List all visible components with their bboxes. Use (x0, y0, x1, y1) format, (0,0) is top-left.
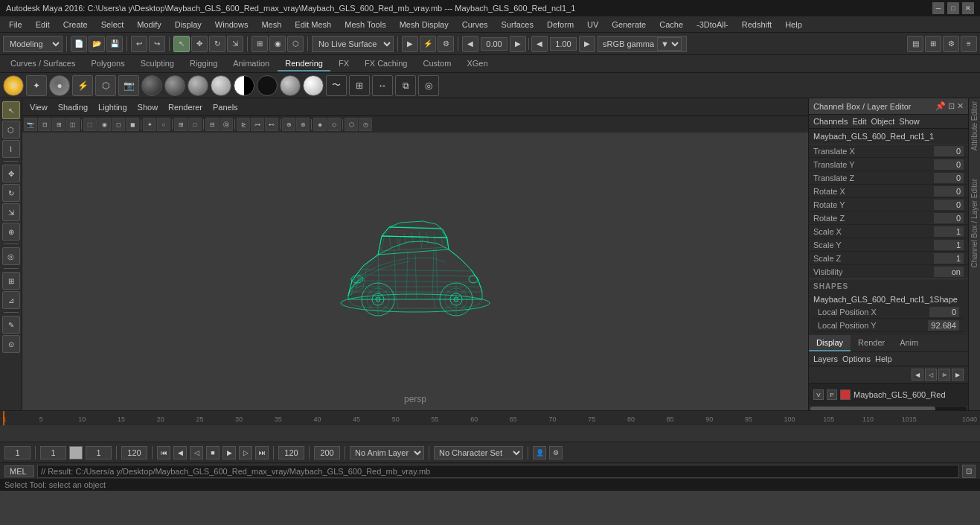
channel-box-toggle[interactable]: ▤ (907, 36, 923, 52)
frame-num-input[interactable] (86, 446, 112, 459)
scale-decrease[interactable]: ◀ (531, 36, 548, 52)
layer-menu-options[interactable]: Options (842, 354, 871, 363)
ch-menu-edit[interactable]: Edit (852, 117, 866, 126)
max-frame-input[interactable] (314, 446, 340, 459)
maximize-button[interactable]: □ (947, 2, 959, 14)
paint-ops-button[interactable]: ✎ (2, 316, 20, 334)
menu-windows[interactable]: Windows (209, 19, 254, 31)
menu-deform[interactable]: Deform (541, 19, 580, 31)
shelf-icon-5[interactable]: ⬡ (95, 75, 116, 96)
shelf-icon-wave[interactable]: 〜 (326, 75, 347, 96)
shelf-sun-icon[interactable]: ☀ (3, 75, 24, 96)
outliner-toggle[interactable]: ≡ (961, 36, 977, 52)
menu-select[interactable]: Select (95, 19, 130, 31)
rotate-tool-button[interactable]: ↻ (209, 36, 225, 52)
shelf-icon-stack[interactable]: ⧉ (395, 75, 416, 96)
move-tool-button[interactable]: ✥ (191, 36, 208, 52)
jump-end-button[interactable]: ⏭ (255, 446, 269, 459)
vp-menu-renderer[interactable]: Renderer (164, 101, 207, 113)
soft-select-button[interactable]: ◎ (2, 247, 20, 265)
tab-custom[interactable]: Custom (416, 57, 459, 71)
tab-render[interactable]: Render (851, 335, 892, 351)
channel-translate-y[interactable]: Translate Y 0 (809, 158, 968, 171)
redo-button[interactable]: ↪ (149, 36, 165, 52)
channel-rotate-x[interactable]: Rotate X 0 (809, 185, 968, 198)
menu-help[interactable]: Help (779, 19, 808, 31)
new-file-button[interactable]: 📄 (71, 36, 87, 52)
layer-add-icon[interactable]: ◀ (912, 369, 923, 381)
menu-edit[interactable]: Edit (30, 19, 56, 31)
live-surface-dropdown[interactable]: No Live Surface (312, 36, 394, 52)
gamma-decrease[interactable]: ◀ (462, 36, 478, 52)
shelf-icon-9[interactable] (188, 75, 208, 96)
menu-cache[interactable]: Cache (653, 19, 689, 31)
panel-close-icon[interactable]: ✕ (957, 101, 964, 111)
menu-file[interactable]: File (3, 19, 28, 31)
snap-grid-button[interactable]: ⊞ (252, 36, 268, 52)
layer-del-icon[interactable]: ▶ (952, 369, 964, 381)
channel-local-pos-x[interactable]: Local Position X 0 (813, 305, 964, 319)
tab-fx[interactable]: FX (331, 57, 356, 71)
tab-display[interactable]: Display (809, 335, 851, 351)
menu-modify[interactable]: Modify (131, 19, 167, 31)
shelf-icon-grid[interactable]: ⊞ (349, 75, 370, 96)
snap-together-button[interactable]: ⊿ (2, 291, 20, 309)
minimize-button[interactable]: ─ (932, 2, 944, 14)
tab-sculpting[interactable]: Sculpting (133, 57, 182, 71)
step-forward-button[interactable]: ▷ (239, 446, 252, 459)
menu-curves[interactable]: Curves (456, 19, 494, 31)
channel-scale-x[interactable]: Scale X 1 (809, 225, 968, 238)
menu-generate[interactable]: Generate (606, 19, 652, 31)
vp-menu-show[interactable]: Show (133, 101, 163, 113)
step-back-button[interactable]: ◀ (173, 446, 187, 459)
select-tool-button[interactable]: ↖ (173, 36, 190, 52)
vp-menu-view[interactable]: View (25, 101, 52, 113)
lasso-select-button[interactable]: ⌇ (2, 140, 20, 158)
tool-settings-toggle[interactable]: ⚙ (943, 36, 959, 52)
open-file-button[interactable]: 📂 (89, 36, 105, 52)
tab-animation[interactable]: Animation (225, 57, 277, 71)
attr-editor-label[interactable]: Attribute Editor (970, 101, 979, 150)
layer-p-toggle[interactable]: P (827, 389, 837, 400)
layer-anim-icon[interactable]: ◁ (925, 369, 937, 381)
panel-pin-icon[interactable]: 📌 (935, 101, 946, 111)
shelf-icon-8[interactable] (164, 75, 185, 96)
shelf-icon-3[interactable]: ● (49, 75, 70, 96)
menu-display[interactable]: Display (169, 19, 208, 31)
status-icon[interactable]: ⊡ (962, 465, 976, 478)
scale-button[interactable]: ⇲ (2, 203, 20, 221)
channel-rotate-z[interactable]: Rotate Z 0 (809, 211, 968, 225)
gamma-value[interactable]: 0.00 (481, 37, 507, 51)
anim-layer-dropdown[interactable]: No Anim Layer (350, 446, 424, 459)
tab-curves-surfaces[interactable]: Curves / Surfaces (3, 57, 83, 71)
tab-polygons[interactable]: Polygons (83, 57, 132, 71)
layer-vis-toggle[interactable]: V (813, 389, 824, 400)
channel-visibility[interactable]: Visibility on (809, 265, 968, 279)
shelf-icon-10[interactable] (211, 75, 231, 96)
play-back-button[interactable]: ◁ (190, 446, 203, 459)
rotate-button[interactable]: ↻ (2, 184, 20, 202)
gamma-dropdown[interactable]: ▼ (657, 37, 682, 51)
current-frame-input[interactable] (4, 446, 31, 459)
save-file-button[interactable]: 💾 (106, 36, 123, 52)
tab-anim[interactable]: Anim (892, 335, 926, 351)
channel-translate-z[interactable]: Translate Z 0 (809, 171, 968, 185)
menu-mesh-tools[interactable]: Mesh Tools (339, 19, 391, 31)
attr-editor-toggle[interactable]: ⊞ (925, 36, 941, 52)
snap-surface-button[interactable]: ⬡ (287, 36, 304, 52)
character-set-dropdown[interactable]: No Character Set (434, 446, 523, 459)
menu-uv[interactable]: UV (581, 19, 604, 31)
tab-fx-caching[interactable]: FX Caching (357, 57, 414, 71)
menu-mesh-display[interactable]: Mesh Display (394, 19, 455, 31)
channel-scale-y[interactable]: Scale Y 1 (809, 238, 968, 252)
layer-menu-layers[interactable]: Layers (813, 354, 838, 363)
range-end-input[interactable] (121, 446, 147, 459)
menu-surfaces[interactable]: Surfaces (496, 19, 539, 31)
channel-rotate-y[interactable]: Rotate Y 0 (809, 198, 968, 211)
gamma-increase[interactable]: ▶ (510, 36, 526, 52)
shelf-icon-4[interactable]: ⚡ (72, 75, 93, 96)
show-manip-button[interactable]: ⊞ (2, 272, 20, 290)
char-set-icon[interactable]: 👤 (533, 446, 546, 459)
move-button[interactable]: ✥ (2, 165, 20, 182)
end-frame-input[interactable] (278, 446, 304, 459)
